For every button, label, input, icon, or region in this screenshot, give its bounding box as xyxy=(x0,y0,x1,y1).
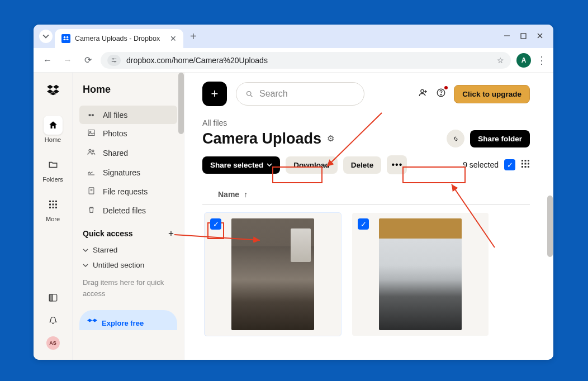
action-bar: Share selected Download Delete ••• 9 sel… xyxy=(202,155,530,174)
copy-link-button[interactable] xyxy=(447,130,464,147)
sidebar-item-signatures[interactable]: Signatures xyxy=(79,163,177,182)
url-toolbar: ← → ⟳ dropbox.com/home/Camera%20Uploads … xyxy=(34,48,553,73)
folder-settings-button[interactable]: ⚙ xyxy=(327,134,334,144)
svg-rect-37 xyxy=(525,163,527,164)
view-toggle-button[interactable] xyxy=(521,159,530,171)
svg-rect-6 xyxy=(49,201,51,202)
dropbox-logo[interactable] xyxy=(47,84,59,99)
window-close-button[interactable] xyxy=(537,31,543,41)
tab-title: Camera Uploads - Dropbox xyxy=(75,35,165,42)
chrome-menu-button[interactable]: ⋮ xyxy=(537,54,547,66)
sidebar-item-label: Deleted files xyxy=(103,206,146,215)
more-actions-button[interactable]: ••• xyxy=(387,155,407,174)
search-input[interactable]: Search xyxy=(236,82,364,106)
chevron-down-icon xyxy=(267,162,272,168)
svg-rect-12 xyxy=(49,207,51,208)
sidebar-item-label: Shared xyxy=(103,149,128,158)
svg-line-27 xyxy=(250,95,252,97)
invite-button[interactable] xyxy=(418,88,428,101)
sidebar-scrollbar[interactable] xyxy=(178,73,184,134)
user-avatar[interactable]: AS xyxy=(46,336,60,350)
file-checkbox[interactable]: ✓ xyxy=(358,218,369,230)
reload-button[interactable]: ⟳ xyxy=(80,55,95,65)
rail-more[interactable]: More xyxy=(34,192,72,226)
rail-label: More xyxy=(46,216,60,222)
add-quick-access-button[interactable]: + xyxy=(168,228,174,239)
tab-bar: Camera Uploads - Dropbox ✕ + xyxy=(34,25,553,48)
svg-point-4 xyxy=(112,58,113,59)
svg-rect-34 xyxy=(525,160,527,161)
browser-tab[interactable]: Camera Uploads - Dropbox ✕ xyxy=(55,29,183,48)
untitled-section[interactable]: Untitled section xyxy=(79,258,177,273)
svg-rect-9 xyxy=(49,204,51,206)
new-tab-button[interactable]: + xyxy=(190,30,197,43)
chrome-profile-avatar[interactable]: A xyxy=(516,53,531,68)
sidebar-item-deleted[interactable]: Deleted files xyxy=(79,201,177,220)
file-card[interactable]: ✓ xyxy=(205,213,341,336)
tab-close-button[interactable]: ✕ xyxy=(170,34,177,43)
site-info-icon[interactable] xyxy=(107,55,121,66)
sidebar-item-file-requests[interactable]: File requests xyxy=(79,182,177,201)
url-text: dropbox.com/home/Camera%20Uploads xyxy=(126,56,268,65)
folder-title: Camera Uploads xyxy=(202,130,321,147)
svg-rect-38 xyxy=(528,163,529,164)
column-header-row: Name↑ xyxy=(202,190,530,205)
upgrade-button[interactable]: Click to upgrade xyxy=(454,85,530,103)
explore-free-banner[interactable]: Explore free xyxy=(79,310,177,330)
svg-rect-33 xyxy=(521,160,523,161)
svg-point-26 xyxy=(247,91,252,96)
rail-label: Folders xyxy=(42,176,63,183)
bell-icon[interactable] xyxy=(48,315,58,327)
top-bar: + Search Click to upgrade xyxy=(202,82,530,106)
sidebar-item-shared[interactable]: Shared xyxy=(79,143,177,163)
bookmark-star-icon[interactable]: ☆ xyxy=(497,56,504,65)
delete-button[interactable]: Delete xyxy=(343,156,382,174)
starred-section[interactable]: Starred xyxy=(79,242,177,258)
main-scrollbar[interactable] xyxy=(547,196,553,257)
rail-label: Home xyxy=(45,136,61,143)
forward-button[interactable]: → xyxy=(60,55,75,65)
chevron-down-icon xyxy=(83,247,88,253)
dropbox-icon xyxy=(87,318,97,328)
tab-search-button[interactable] xyxy=(39,30,53,43)
svg-rect-8 xyxy=(55,201,57,202)
files-icon: ▪▪ xyxy=(86,110,96,120)
window-minimize-button[interactable] xyxy=(504,31,510,41)
share-folder-button[interactable]: Share folder xyxy=(470,130,530,147)
file-checkbox[interactable]: ✓ xyxy=(210,218,221,230)
panel-toggle-icon[interactable] xyxy=(48,293,58,306)
svg-rect-13 xyxy=(52,207,54,208)
svg-rect-36 xyxy=(521,163,523,164)
share-selected-button[interactable]: Share selected xyxy=(202,156,280,174)
rail-home[interactable]: Home xyxy=(34,112,72,146)
people-icon xyxy=(86,147,96,158)
home-icon xyxy=(44,116,63,135)
folder-icon xyxy=(44,155,63,174)
svg-rect-17 xyxy=(49,294,52,301)
svg-rect-14 xyxy=(55,207,57,208)
name-column-header[interactable]: Name↑ xyxy=(218,190,248,199)
svg-point-32 xyxy=(441,94,442,94)
dropbox-favicon xyxy=(61,34,70,43)
file-card[interactable]: ✓ xyxy=(352,213,489,336)
download-button[interactable]: Download xyxy=(286,156,338,174)
svg-rect-1 xyxy=(521,34,526,39)
svg-rect-7 xyxy=(52,201,54,202)
rail-folders[interactable]: Folders xyxy=(34,152,72,186)
file-thumbnail xyxy=(231,218,314,330)
sidebar-item-all-files[interactable]: ▪▪ All files xyxy=(79,106,177,124)
help-button[interactable] xyxy=(436,88,446,101)
select-all-checkbox[interactable]: ✓ xyxy=(504,159,515,170)
window-maximize-button[interactable] xyxy=(520,31,527,41)
svg-point-5 xyxy=(115,61,116,62)
sidebar-item-photos[interactable]: Photos xyxy=(79,124,177,143)
svg-rect-41 xyxy=(528,166,529,168)
breadcrumb[interactable]: All files xyxy=(202,118,530,127)
sidebar-title: Home xyxy=(79,84,177,96)
sidebar-item-label: All files xyxy=(103,111,127,120)
back-button[interactable]: ← xyxy=(40,55,55,65)
photo-icon xyxy=(86,128,96,139)
address-bar[interactable]: dropbox.com/home/Camera%20Uploads ☆ xyxy=(101,52,511,69)
svg-rect-40 xyxy=(525,166,527,168)
create-button[interactable]: + xyxy=(202,82,227,106)
